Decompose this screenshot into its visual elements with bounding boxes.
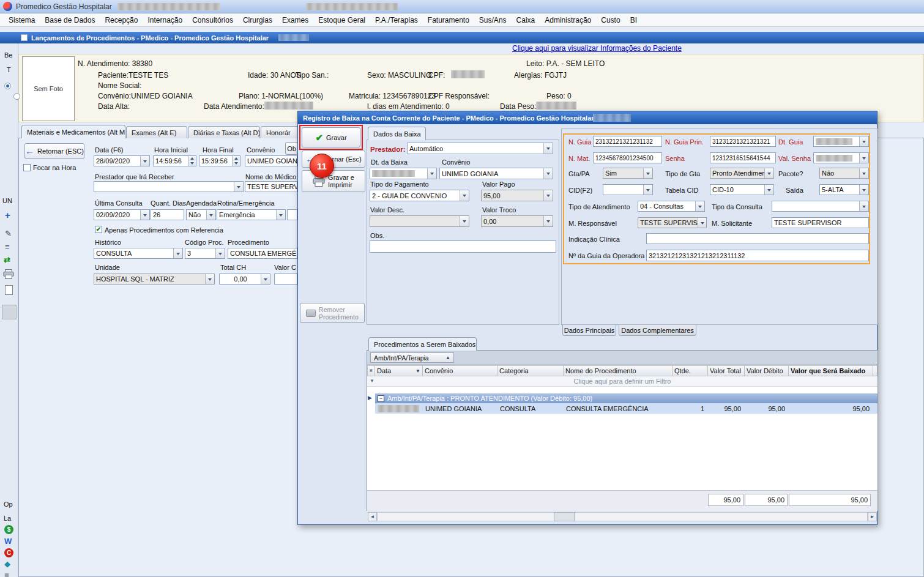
- codigo-proc-combo[interactable]: 3: [185, 248, 225, 259]
- grid-header-categoria[interactable]: Categoria: [497, 365, 564, 376]
- chevron-down-icon[interactable]: [205, 274, 214, 284]
- prestador-combo[interactable]: Automático: [407, 143, 553, 154]
- menu-administracao[interactable]: Administração: [540, 14, 596, 26]
- obs-input[interactable]: [370, 240, 556, 253]
- chevron-down-icon[interactable]: [460, 190, 469, 201]
- spin-buttons-icon[interactable]: [188, 156, 196, 166]
- chevron-down-icon[interactable]: [261, 274, 270, 284]
- tab-dados-da-baixa[interactable]: Dados da Baixa: [368, 127, 426, 140]
- grid-header-convenio[interactable]: Convênio: [423, 365, 497, 376]
- chevron-down-icon[interactable]: [543, 143, 553, 154]
- menu-recepcao[interactable]: Recepção: [100, 14, 143, 26]
- valor-troco-field[interactable]: 0,00: [481, 215, 553, 227]
- nome-medico-field[interactable]: TESTE SUPERVIS: [245, 181, 297, 192]
- page-icon[interactable]: [5, 285, 13, 295]
- rotina-emergencia-combo[interactable]: Emergência: [217, 209, 286, 220]
- grid-header-data[interactable]: Data▼: [375, 365, 423, 376]
- dt-baixa-combo[interactable]: [370, 168, 437, 179]
- copyright-icon[interactable]: C: [4, 548, 13, 557]
- valor-desc-field[interactable]: [370, 215, 469, 227]
- gravar-imprimir-button[interactable]: Gravar e Imprimir: [302, 170, 365, 192]
- tab-dados-principais[interactable]: Dados Principais: [562, 325, 616, 336]
- prestador-recebe-combo[interactable]: [94, 181, 244, 192]
- diamond-icon[interactable]: ◆: [4, 559, 10, 568]
- unidade-combo[interactable]: HOSPITAL SQL - MATRIZ: [94, 274, 215, 285]
- menu-caixa[interactable]: Caixa: [512, 14, 540, 26]
- menu-exames[interactable]: Exames: [277, 14, 313, 26]
- apenas-referencia-checkbox[interactable]: ✔: [95, 226, 102, 233]
- word-icon[interactable]: W: [4, 537, 12, 546]
- chevron-down-icon[interactable]: [543, 168, 553, 179]
- menu-sistema[interactable]: Sistema: [4, 14, 40, 26]
- print-icon[interactable]: [3, 269, 14, 279]
- total-ch-combo[interactable]: 0,00: [219, 274, 270, 285]
- historico-combo[interactable]: CONSULTA: [94, 248, 183, 259]
- menu-internacao[interactable]: Internação: [143, 14, 187, 26]
- grid-group-row[interactable]: − Amb/Int/PA/Terapia : PRONTO ATENDIMENT…: [375, 393, 877, 403]
- chevron-down-icon[interactable]: [276, 210, 285, 220]
- menu-sus-ans[interactable]: Sus/Ans: [474, 14, 512, 26]
- grid-header-valor-debito[interactable]: Valor Débito: [745, 365, 789, 376]
- menu-consultorios[interactable]: Consultórios: [187, 14, 238, 26]
- quant-dias-field[interactable]: 26: [151, 209, 184, 220]
- tipo-pagamento-combo[interactable]: 2 - GUIA DE CONVENIO: [370, 190, 469, 201]
- valor-c-field[interactable]: [274, 274, 297, 285]
- menu-custo[interactable]: Custo: [596, 14, 625, 26]
- patient-info-link[interactable]: Clique aqui para visualizar Informações …: [512, 44, 682, 53]
- grid-header-qtde[interactable]: Qtde.: [673, 365, 708, 376]
- left-radio-1[interactable]: [4, 83, 11, 89]
- convenio-baixa-combo[interactable]: UNIMED GOIANIA: [439, 168, 553, 179]
- block-icon[interactable]: ■: [4, 570, 9, 577]
- remover-procedimento-button[interactable]: Remover Procedimento: [300, 303, 365, 323]
- add-icon[interactable]: +: [5, 210, 10, 220]
- collapse-icon[interactable]: −: [378, 395, 384, 402]
- menu-pa-terapias[interactable]: P.A./Terapias: [370, 14, 423, 26]
- edit-icon[interactable]: ✎: [5, 229, 12, 238]
- money-icon[interactable]: $: [4, 525, 13, 534]
- data-f6-combo[interactable]: 28/09/2020: [94, 155, 150, 166]
- dialog-titlebar[interactable]: Registro de Baixa na Conta Corrente do P…: [298, 111, 877, 124]
- hscroll-thumb[interactable]: [554, 512, 575, 521]
- hscroll-track[interactable]: [377, 512, 868, 521]
- chevron-down-icon[interactable]: [173, 248, 182, 258]
- convenio-field[interactable]: UNIMED GOIANI: [245, 155, 297, 166]
- grid-header-valor-total[interactable]: Valor Total: [708, 365, 745, 376]
- spin-buttons-icon[interactable]: [232, 156, 240, 166]
- tab-procedimentos-baixados[interactable]: Procedimentos a Serem Baixados: [368, 337, 477, 351]
- menu-bi[interactable]: BI: [625, 14, 642, 26]
- grid-header-valor-baixado[interactable]: Valor que Será Baixado: [789, 365, 873, 376]
- chevron-down-icon[interactable]: [215, 248, 225, 258]
- agendada-combo[interactable]: Não: [186, 209, 216, 220]
- sync-icon[interactable]: ⇄: [4, 255, 10, 264]
- procedimento-field[interactable]: CONSULTA EMERGÊN: [228, 248, 297, 259]
- ultima-consulta-combo[interactable]: 02/09/2020: [94, 209, 150, 220]
- menu-cirurgias[interactable]: Cirurgias: [238, 14, 277, 26]
- menu-estoque-geral[interactable]: Estoque Geral: [313, 14, 370, 26]
- cut-field[interactable]: [287, 209, 297, 220]
- hora-final-spinner[interactable]: 15:39:56: [199, 155, 240, 166]
- tab-diarias-taxas[interactable]: Diárias e Taxas (Alt D): [188, 126, 260, 138]
- chevron-down-icon[interactable]: [234, 182, 243, 192]
- chevron-down-icon[interactable]: [140, 210, 149, 220]
- grid-filter-row[interactable]: ▼ Clique aqui para definir um Filtro: [367, 376, 877, 387]
- tab-dados-complementares[interactable]: Dados Complementares: [619, 325, 696, 336]
- chevron-down-icon[interactable]: [543, 216, 553, 226]
- grid-header-procedimento[interactable]: Nome do Procedimento: [564, 365, 673, 376]
- focar-na-hora-checkbox[interactable]: [23, 164, 31, 171]
- grid-groupby-chip[interactable]: Amb/Int/PA/Terapia ▲: [370, 352, 454, 363]
- valor-pago-field[interactable]: 95,00: [481, 190, 553, 201]
- chevron-down-icon[interactable]: [140, 156, 149, 166]
- chevron-down-icon[interactable]: [206, 210, 215, 220]
- hscroll-right-button[interactable]: ►: [868, 512, 877, 521]
- hora-inicial-spinner[interactable]: 14:59:56: [153, 155, 196, 166]
- chevron-down-icon[interactable]: [543, 190, 553, 201]
- retornar-esc-button[interactable]: ← Retornar (ESC): [24, 143, 84, 159]
- tab-materiais-medicamentos[interactable]: Materiais e Medicamentos (Alt M): [21, 125, 125, 138]
- chevron-down-icon[interactable]: [427, 168, 436, 179]
- menu-faturamento[interactable]: Faturamento: [423, 14, 474, 26]
- tab-exames[interactable]: Exames (Alt E): [126, 126, 187, 138]
- obs-button-partial[interactable]: Ob: [285, 142, 298, 155]
- menu-base-de-dados[interactable]: Base de Dados: [40, 14, 100, 26]
- hscroll-left-button[interactable]: ◄: [368, 512, 377, 521]
- chevron-down-icon[interactable]: [460, 216, 469, 226]
